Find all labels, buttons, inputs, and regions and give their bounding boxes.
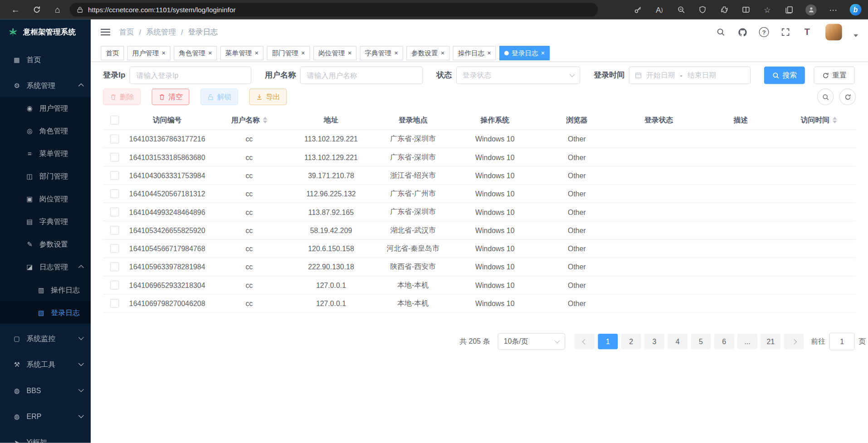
row-checkbox[interactable] [110, 263, 119, 272]
breadcrumb-system[interactable]: 系统管理 [146, 27, 176, 37]
read-aloud-icon[interactable]: A) [654, 5, 664, 15]
zoom-out-icon[interactable] [676, 5, 686, 15]
browser-home-button[interactable]: ⌂ [51, 3, 64, 16]
collections-icon[interactable] [784, 5, 794, 15]
select-all-checkbox[interactable] [110, 116, 119, 125]
refresh-table-button[interactable] [839, 88, 856, 105]
page-button-1[interactable]: 1 [598, 334, 618, 349]
tab-close-icon[interactable]: × [541, 50, 545, 57]
page-button-21[interactable]: 21 [761, 334, 780, 349]
next-page-button[interactable] [784, 334, 804, 349]
tab-close-icon[interactable]: × [208, 50, 212, 57]
page-size-select[interactable]: 10条/页 [497, 333, 565, 350]
browser-refresh-button[interactable] [30, 3, 43, 16]
tab-登录日志[interactable]: 登录日志× [499, 46, 550, 60]
row-checkbox[interactable] [110, 299, 119, 308]
sidebar-item-用户管理[interactable]: ◉用户管理 [0, 97, 91, 120]
sort-caret-icon[interactable] [263, 117, 267, 124]
sidebar-item-Yi框架[interactable]: ➤Yi框架 [0, 431, 91, 443]
search-button[interactable]: 搜索 [764, 66, 805, 84]
page-button-3[interactable]: 3 [644, 334, 664, 349]
github-icon[interactable] [737, 27, 748, 38]
tab-close-icon[interactable]: × [348, 50, 352, 57]
tab-close-icon[interactable]: × [301, 50, 305, 57]
tab-close-icon[interactable]: × [487, 50, 491, 57]
sidebar-item-BBS[interactable]: ◍BBS [0, 379, 91, 402]
fullscreen-icon[interactable] [780, 27, 791, 38]
login-ip-input[interactable] [130, 66, 252, 84]
browser-profile-avatar[interactable] [805, 4, 816, 15]
export-button[interactable]: 导出 [249, 88, 287, 105]
sidebar-item-岗位管理[interactable]: ▣岗位管理 [0, 188, 91, 210]
column-header-user-name[interactable]: 用户名称 [208, 115, 290, 125]
row-checkbox[interactable] [110, 244, 119, 253]
tab-部门管理[interactable]: 部门管理× [267, 46, 310, 60]
unlock-button[interactable]: 解锁 [200, 88, 238, 105]
user-avatar[interactable] [825, 24, 842, 40]
tab-close-icon[interactable]: × [255, 50, 259, 57]
sort-caret-icon[interactable] [832, 117, 837, 124]
status-select[interactable]: 登录状态 [456, 66, 580, 84]
app-logo[interactable]: 意框架管理系统 [0, 19, 91, 45]
more-pages-button[interactable]: ... [737, 334, 757, 349]
column-header-visit-time[interactable]: 访问时间 [782, 115, 856, 125]
tab-close-icon[interactable]: × [394, 50, 398, 57]
prev-page-button[interactable] [575, 334, 595, 349]
goto-page-input[interactable] [829, 333, 855, 351]
tab-岗位管理[interactable]: 岗位管理× [313, 46, 356, 60]
row-checkbox[interactable] [110, 135, 119, 144]
password-key-icon[interactable] [633, 5, 643, 15]
page-button-6[interactable]: 6 [714, 334, 734, 349]
show-search-toggle-button[interactable] [817, 88, 834, 105]
sidebar-item-首页[interactable]: ▦首页 [0, 48, 91, 71]
tab-操作日志[interactable]: 操作日志× [453, 46, 496, 60]
favorites-star-icon[interactable]: ☆ [762, 5, 772, 15]
username-input[interactable] [300, 66, 423, 84]
sidebar-item-ERP[interactable]: ◍ERP [0, 405, 91, 428]
help-question-icon[interactable]: ? [758, 27, 769, 38]
tab-首页[interactable]: 首页 [101, 46, 124, 60]
bing-chat-icon[interactable]: b [850, 4, 862, 16]
sidebar-item-参数设置[interactable]: ✎参数设置 [0, 233, 91, 256]
clear-button[interactable]: 清空 [151, 88, 189, 105]
row-checkbox[interactable] [110, 281, 119, 290]
split-screen-icon[interactable] [741, 5, 751, 15]
sidebar-toggle-hamburger-icon[interactable] [101, 29, 110, 35]
tab-菜单管理[interactable]: 菜单管理× [220, 46, 263, 60]
sidebar-item-操作日志[interactable]: ▥操作日志 [0, 278, 91, 301]
sidebar-item-系统监控[interactable]: ▢系统监控 [0, 327, 91, 350]
row-checkbox[interactable] [110, 189, 119, 198]
tab-close-icon[interactable]: × [441, 50, 445, 57]
sidebar-item-系统工具[interactable]: ⚒系统工具 [0, 353, 91, 376]
tracking-shield-icon[interactable] [697, 5, 707, 15]
page-button-5[interactable]: 5 [691, 334, 711, 349]
row-checkbox[interactable] [110, 171, 119, 180]
header-search-icon[interactable] [715, 27, 726, 38]
row-checkbox[interactable] [110, 226, 119, 235]
address-bar[interactable]: https://ccnetcore.com:1101/system/log/lo… [70, 3, 598, 17]
sidebar-item-系统管理[interactable]: ⚙系统管理 [0, 74, 91, 97]
sidebar-item-菜单管理[interactable]: ≡菜单管理 [0, 142, 91, 165]
row-checkbox[interactable] [110, 153, 119, 162]
sidebar-item-部门管理[interactable]: ◫部门管理 [0, 165, 91, 188]
sidebar-item-角色管理[interactable]: ◎角色管理 [0, 120, 91, 142]
row-checkbox[interactable] [110, 208, 119, 217]
reset-button[interactable]: 重置 [814, 66, 855, 84]
tab-close-icon[interactable]: × [161, 50, 166, 57]
font-size-icon[interactable]: T [802, 27, 813, 38]
sidebar-item-字典管理[interactable]: ▤字典管理 [0, 210, 91, 233]
sidebar-item-日志管理[interactable]: ◪日志管理 [0, 256, 91, 278]
date-range-picker[interactable]: 开始日期 - 结束日期 [629, 66, 751, 84]
tab-用户管理[interactable]: 用户管理× [127, 46, 171, 60]
extensions-puzzle-icon[interactable] [719, 5, 729, 15]
tab-角色管理[interactable]: 角色管理× [174, 46, 217, 60]
delete-button[interactable]: 删除 [103, 88, 141, 105]
tab-参数设置[interactable]: 参数设置× [406, 46, 449, 60]
browser-back-button[interactable]: ← [9, 3, 22, 16]
browser-more-menu-icon[interactable]: ⋯ [828, 5, 838, 15]
tab-字典管理[interactable]: 字典管理× [360, 46, 403, 60]
page-button-2[interactable]: 2 [621, 334, 641, 349]
sidebar-item-登录日志[interactable]: ▧登录日志 [0, 301, 91, 324]
breadcrumb-home[interactable]: 首页 [119, 27, 134, 37]
page-button-4[interactable]: 4 [668, 334, 688, 349]
